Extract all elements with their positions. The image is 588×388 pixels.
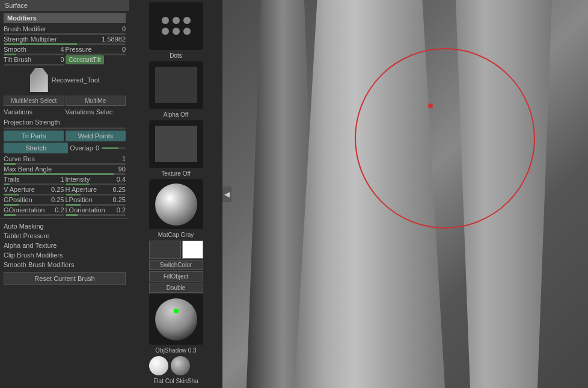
flat-col-label: Flat Col <box>153 378 174 384</box>
smooth-brush-item[interactable]: Smooth Brush Modifiers <box>4 260 126 269</box>
gorientation-value: 0.2 <box>55 206 64 214</box>
smooth-pressure-row: Smooth 4 Pressure 0 <box>4 45 126 55</box>
constant-tilt-btn[interactable]: ConstantTilt <box>66 55 105 64</box>
tri-weld-row: Tri Parts Weld Points <box>4 131 126 141</box>
overlap-slider[interactable] <box>102 147 126 149</box>
tilt-brush-value: 0 <box>60 56 64 63</box>
surface-button[interactable]: Surface <box>0 0 129 11</box>
variations-row: Variations Variations Selec <box>4 107 126 117</box>
tablet-pressure-item[interactable]: Tablet Pressure <box>4 231 126 241</box>
tilt-row: Tilt Brush 0 ConstantTilt <box>4 55 126 66</box>
red-dot <box>428 103 433 108</box>
max-bend-angle-value: 90 <box>118 165 126 173</box>
h-aperture-col: H Aperture 0.25 <box>66 185 126 196</box>
lorientation-col: LOorientation 0.2 <box>66 206 126 216</box>
texture-off-preview[interactable] <box>149 120 203 168</box>
lposition-col: LPosition 0.25 <box>66 196 126 206</box>
modifiers-header: Modifiers <box>4 13 126 23</box>
pressure-value: 0 <box>122 46 126 53</box>
switch-color-btn[interactable]: SwitchColor <box>149 260 203 270</box>
collapse-panel-btn[interactable]: ◀ <box>222 186 231 202</box>
matcap-preview[interactable] <box>149 179 203 230</box>
max-bend-angle-label: Max Bend Angle <box>4 165 52 173</box>
fill-object-btn[interactable]: FillObject <box>149 271 203 282</box>
v-aperture-col: V Aperture 0.25 <box>4 185 64 196</box>
overlap-row: Overlap 0 <box>70 143 126 153</box>
small-spheres-row <box>149 356 203 375</box>
viewport: ◀ <box>222 0 588 388</box>
constant-tilt-col: ConstantTilt <box>66 55 126 66</box>
shadow-sphere <box>155 298 197 340</box>
tool-name-label: Recovered_Tool <box>52 76 100 84</box>
auto-masking-item[interactable]: Auto Masking <box>4 221 126 231</box>
skin-sha-sphere[interactable] <box>171 356 190 375</box>
multimesh-select-btn[interactable]: MultiMesh Select <box>4 96 64 106</box>
brush-modifier-value: 0 <box>122 25 126 32</box>
variations-select-label: Variations Selec <box>66 107 126 117</box>
brush-modifier-row: Brush Modifier 0 <box>4 25 126 33</box>
obj-shadow-text: ObjShadow <box>155 347 186 354</box>
dot-6 <box>183 28 191 35</box>
projection-strength-slider[interactable] <box>4 128 126 129</box>
alpha-off-preview[interactable] <box>149 61 203 109</box>
trails-value: 1 <box>60 176 64 183</box>
orientation-row: GOorientation 0.2 LOorientation 0.2 <box>4 206 126 216</box>
smooth-label: Smooth <box>4 46 26 53</box>
color-swatch-white[interactable] <box>182 241 203 259</box>
gorientation-label: GOorientation <box>4 206 44 214</box>
left-panel: Surface Modifiers Brush Modifier 0 Stren… <box>0 0 129 388</box>
matcap-sphere <box>155 183 197 226</box>
overlap-value: 0 <box>96 144 99 152</box>
v-aperture-label: V Aperture <box>4 186 35 193</box>
shadow-dot <box>174 309 179 313</box>
lorientation-slider[interactable] <box>66 214 126 216</box>
color-swatch-dark[interactable] <box>149 241 182 259</box>
lposition-value: 0.25 <box>113 196 126 203</box>
gposition-value: 0.25 <box>51 196 64 203</box>
obj-shadow-value: 0.3 <box>188 347 197 354</box>
tri-parts-btn[interactable]: Tri Parts <box>4 131 64 141</box>
alpha-off-box <box>155 67 197 103</box>
stretch-overlap-row: Stretch Overlap 0 <box>4 143 126 153</box>
pressure-label: Pressure <box>66 46 92 53</box>
gposition-col: GPosition 0.25 <box>4 196 64 206</box>
tilt-brush-slider[interactable] <box>4 64 64 66</box>
stretch-btn[interactable]: Stretch <box>4 143 68 153</box>
gorientation-slider[interactable] <box>4 214 64 216</box>
lposition-label: LPosition <box>66 196 93 203</box>
tilt-brush-col: Tilt Brush 0 <box>4 55 64 66</box>
auto-masking-section: Auto Masking Tablet Pressure Alpha and T… <box>0 218 129 290</box>
shadow-preview[interactable] <box>149 294 203 345</box>
multimesh-btn[interactable]: MultiMe <box>66 96 126 106</box>
max-bend-angle-row: Max Bend Angle 90 <box>4 165 126 173</box>
color-row <box>149 241 203 259</box>
strength-multiplier-label: Strength Multiplier <box>4 35 57 43</box>
spheres-labels: Flat Col SkinSha <box>153 377 198 386</box>
pressure-col: Pressure 0 <box>66 45 126 55</box>
reset-current-brush-btn[interactable]: Reset Current Brush <box>4 272 126 285</box>
flat-col-sphere[interactable] <box>149 356 168 375</box>
middle-panel: Dots Alpha Off Texture Off MatCap Gray S… <box>129 0 222 388</box>
clip-brush-item[interactable]: Clip Brush Modifiers <box>4 250 126 260</box>
strength-multiplier-value: 1.58982 <box>102 35 126 43</box>
trails-col: Trails 1 <box>4 175 64 185</box>
lorientation-label: LOorientation <box>66 206 105 214</box>
tilt-brush-label: Tilt Brush <box>4 56 31 63</box>
dot-3 <box>183 17 191 24</box>
dots-preview[interactable] <box>149 2 203 50</box>
overlap-label: Overlap <box>70 144 93 152</box>
v-aperture-value: 0.25 <box>51 186 64 193</box>
dot-1 <box>162 17 169 24</box>
curve-res-value: 1 <box>122 155 126 162</box>
trails-intensity-row: Trails 1 Intensity 0.4 <box>4 175 126 185</box>
position-row: GPosition 0.25 LPosition 0.25 <box>4 196 126 206</box>
weld-points-btn[interactable]: Weld Points <box>66 131 126 141</box>
intensity-label: Intensity <box>66 176 90 183</box>
texture-off-label: Texture Off <box>161 169 191 178</box>
lorientation-value: 0.2 <box>117 206 126 214</box>
variations-label: Variations <box>4 107 64 117</box>
double-btn[interactable]: Double <box>149 283 203 293</box>
intensity-value: 0.4 <box>117 176 126 183</box>
dots-pattern <box>162 17 191 35</box>
alpha-texture-item[interactable]: Alpha and Texture <box>4 241 126 250</box>
